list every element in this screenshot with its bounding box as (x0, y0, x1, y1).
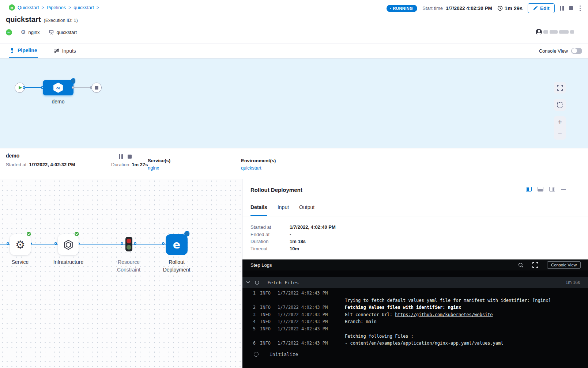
gear-icon: ⚙ (15, 239, 25, 250)
tab-output[interactable]: Output (299, 203, 314, 216)
stop-execution-button[interactable] (569, 6, 573, 10)
detail-label: Duration (250, 239, 290, 244)
redacted-account-text (559, 30, 569, 34)
redacted-account-text (570, 30, 574, 34)
step-node-service[interactable]: ⚙ (10, 234, 31, 255)
logs-console-view-button[interactable]: Console View (547, 261, 581, 269)
console-view-label: Console View (539, 48, 568, 54)
step-label-resource-constraint: Resource Constraint (109, 258, 149, 274)
log-message: Git connector Url: https://github.com/ku… (345, 311, 493, 319)
stage-node-demo[interactable]: ∞ (43, 80, 74, 95)
stop-icon (95, 86, 98, 90)
log-section-fetch-files[interactable]: Fetch Files 1m 16s (242, 277, 588, 288)
step-node-resource-constraint[interactable] (125, 237, 132, 251)
log-console[interactable]: Fetch Files 1m 16s 1INFO1/7/2022 4:02:43… (242, 270, 588, 368)
environment-link[interactable]: quickstart (241, 165, 276, 171)
node-port (23, 86, 25, 89)
zoom-out-button[interactable]: − (554, 128, 566, 140)
environment-icon (49, 30, 54, 35)
step-node-rollout-deployment[interactable]: e (166, 234, 188, 255)
breadcrumb-separator: > (68, 5, 71, 10)
log-link[interactable]: https://github.com/kubernetes/website (395, 312, 493, 317)
layout-split-vertical-button[interactable] (526, 187, 532, 191)
pipeline-icon (10, 48, 15, 53)
zoom-in-button[interactable]: + (554, 116, 566, 128)
log-message: - content/en/examples/application/nginx-… (345, 340, 503, 347)
environments-label: Environment(s) (241, 158, 276, 163)
page-header: ∞ Quickstart > Pipelines > quickstart > … (0, 0, 588, 43)
services-label: Service(s) (148, 158, 170, 163)
page-title: quickstart (6, 15, 41, 24)
execution-id: (Execution ID: 1) (44, 18, 78, 23)
tab-inputs[interactable]: Inputs (53, 43, 77, 58)
redacted-account-text (543, 30, 548, 34)
tab-input[interactable]: Input (278, 203, 289, 216)
step-logs-title: Step Logs (250, 262, 272, 268)
breadcrumb-link-pipeline[interactable]: quickstart (74, 5, 94, 10)
log-level: INFO (260, 326, 272, 333)
pipeline-canvas[interactable]: ∞ demo + − (0, 58, 588, 148)
tab-details[interactable]: Details (250, 203, 267, 216)
detail-label: Started at (250, 224, 290, 230)
log-row: 4INFO1/7/2022 4:02:43 PMBranch: main (242, 318, 588, 326)
search-icon[interactable] (518, 262, 524, 268)
account-info (536, 29, 574, 35)
environment-tag[interactable]: quickstart (49, 30, 77, 35)
log-line-number: 6 (251, 340, 256, 347)
node-port (7, 242, 9, 245)
log-level: INFO (260, 340, 272, 347)
edit-button[interactable]: Edit (528, 3, 555, 13)
tab-pipeline[interactable]: Pipeline (9, 43, 38, 58)
step-logs-actions: Console View (518, 261, 581, 269)
console-view-toggle[interactable] (571, 48, 582, 54)
log-message: Branch: main (345, 318, 377, 326)
service-link[interactable]: nginx (148, 165, 170, 171)
log-row: 2INFO1/7/2022 4:02:43 PMFetching Values … (242, 304, 588, 311)
log-row: Fetching following Files : (242, 333, 588, 340)
pipeline-end-node[interactable] (91, 83, 102, 93)
log-line-number: 3 (251, 311, 256, 319)
log-section-initialize[interactable]: Initialize (242, 350, 588, 359)
gear-icon: ⚙ (21, 29, 26, 35)
service-tag[interactable]: ⚙ nginx (21, 29, 40, 35)
log-timestamp: 1/7/2022 4:02:43 PM (278, 326, 329, 333)
layout-bottom-button[interactable] (538, 187, 543, 191)
log-timestamp: 1/7/2022 4:02:43 PM (278, 318, 329, 326)
redacted-account-text (550, 30, 558, 34)
pause-execution-button[interactable] (560, 6, 564, 11)
clock-icon (497, 5, 503, 11)
log-line-number: 5 (251, 326, 256, 333)
breadcrumb-link-pipelines[interactable]: Pipelines (47, 5, 66, 10)
minimize-panel-button[interactable] (561, 189, 566, 190)
stop-stage-button[interactable] (128, 155, 132, 159)
stage-cd-icon: ∞ (53, 83, 63, 93)
environments-block: Environment(s) quickstart (241, 158, 276, 171)
breadcrumb-link-project[interactable]: Quickstart (18, 5, 39, 10)
layout-right-button[interactable] (549, 187, 555, 191)
detail-row: Duration1m 18s (250, 238, 336, 245)
log-level (260, 297, 272, 304)
expand-logs-icon[interactable] (532, 262, 538, 268)
node-port (121, 242, 123, 245)
step-node-infrastructure[interactable] (58, 234, 79, 255)
rollout-e-icon: e (173, 238, 180, 251)
pipeline-link (74, 87, 91, 88)
marquee-select-button[interactable] (554, 99, 566, 111)
pause-stage-button[interactable] (119, 154, 123, 159)
log-level: INFO (260, 290, 272, 297)
running-spinner-icon (184, 231, 190, 236)
step-label-service: Service (0, 258, 42, 266)
infrastructure-icon (63, 239, 74, 250)
more-options-button[interactable] (578, 5, 583, 12)
stage-name: demo (6, 153, 19, 159)
fullscreen-button[interactable] (554, 82, 566, 94)
node-port (54, 242, 57, 245)
log-text: - content/en/examples/application/nginx-… (345, 341, 503, 346)
execution-status-row: RUNNING Start time 1/7/2022 4:02:30 PM 1… (387, 3, 583, 13)
log-text: Fetching following Files : (345, 334, 414, 339)
log-row: 3INFO1/7/2022 4:02:43 PMGit connector Ur… (242, 311, 588, 319)
services-block: Service(s) nginx (148, 158, 170, 171)
execution-graph-canvas[interactable]: ⚙ Service Infrastructure Resource Constr… (0, 179, 242, 368)
status-badge: RUNNING (387, 5, 418, 12)
detail-label: Timeout (250, 246, 290, 251)
